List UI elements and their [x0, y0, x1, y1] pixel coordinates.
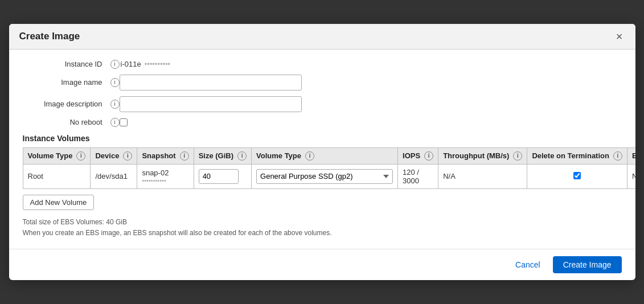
- th-encrypted: Encrypted i: [627, 147, 635, 164]
- image-name-row: Image name i: [23, 75, 622, 91]
- th-iops-icon: i: [424, 151, 433, 161]
- cell-size: [194, 164, 251, 188]
- image-description-label: Image description: [23, 100, 108, 108]
- delete-on-term-checkbox[interactable]: [573, 172, 581, 179]
- table-header-row: Volume Type i Device i: [23, 147, 635, 164]
- size-input[interactable]: [199, 169, 239, 184]
- image-name-input[interactable]: [120, 75, 302, 91]
- ebs-info-line2: When you create an EBS image, an EBS sna…: [23, 228, 622, 239]
- modal-footer: Cancel Create Image: [9, 249, 635, 280]
- image-name-label: Image name: [23, 78, 108, 87]
- create-image-button[interactable]: Create Image: [553, 256, 622, 273]
- th-volume-type-icon: i: [76, 151, 85, 161]
- instance-id-masked: ••••••••••: [145, 60, 171, 68]
- modal-overlay: Create Image × Instance ID i i-011e ••••…: [0, 0, 644, 304]
- th-device: Device i: [91, 147, 137, 164]
- th-delete-on-term-icon: i: [613, 151, 622, 161]
- modal-title: Create Image: [19, 31, 80, 42]
- instance-volumes-title: Instance Volumes: [23, 134, 622, 143]
- th-vol-type-icon: i: [305, 151, 314, 161]
- th-throughput: Throughput (MB/s) i: [438, 147, 527, 164]
- th-volume-type: Volume Type i: [23, 147, 91, 164]
- cell-snapshot: snap-02•••••••••••: [137, 164, 194, 188]
- th-iops: IOPS i: [398, 147, 438, 164]
- no-reboot-row: No reboot i: [23, 118, 622, 127]
- volumes-table: Volume Type i Device i: [23, 147, 635, 189]
- image-description-info-icon: i: [110, 100, 120, 109]
- th-snapshot: Snapshot i: [137, 147, 194, 164]
- instance-id-info-icon: i: [110, 60, 120, 69]
- no-reboot-checkbox[interactable]: [120, 118, 128, 126]
- cell-volume-type: Root: [23, 164, 91, 188]
- snapshot-id: snap-02: [142, 169, 188, 177]
- cell-throughput: N/A: [438, 164, 527, 188]
- th-throughput-icon: i: [513, 151, 522, 161]
- ebs-info-line1: Total size of EBS Volumes: 40 GiB: [23, 217, 622, 228]
- instance-id-row: Instance ID i i-011e ••••••••••: [23, 60, 622, 69]
- modal-header: Create Image ×: [9, 24, 635, 50]
- no-reboot-label: No reboot: [23, 118, 108, 126]
- ebs-info: Total size of EBS Volumes: 40 GiB When y…: [23, 217, 622, 239]
- th-delete-on-term: Delete on Termination i: [527, 147, 627, 164]
- table-row: Root/dev/sda1snap-02•••••••••••General P…: [23, 164, 635, 188]
- th-size-icon: i: [237, 151, 247, 161]
- no-reboot-info-icon: i: [110, 118, 120, 127]
- cell-delete-on-term: [527, 164, 627, 188]
- vol-type-select[interactable]: General Purpose SSD (gp2)General Purpose…: [256, 169, 393, 184]
- cell-encrypted: Not Encrypted: [627, 164, 635, 188]
- cell-device: /dev/sda1: [91, 164, 137, 188]
- image-description-row: Image description i: [23, 96, 622, 112]
- add-new-volume-button[interactable]: Add New Volume: [23, 195, 95, 210]
- th-size: Size (GiB) i: [194, 147, 251, 164]
- image-name-info-icon: i: [110, 78, 120, 87]
- close-button[interactable]: ×: [614, 31, 625, 42]
- cell-vol-type: General Purpose SSD (gp2)General Purpose…: [252, 164, 398, 188]
- th-vol-type: Volume Type i: [252, 147, 398, 164]
- snapshot-masked: •••••••••••: [142, 177, 188, 184]
- cell-iops: 120 / 3000: [398, 164, 438, 188]
- th-snapshot-icon: i: [180, 151, 189, 161]
- image-description-input[interactable]: [120, 96, 302, 112]
- modal-body: Instance ID i i-011e •••••••••• Image na…: [9, 50, 635, 244]
- create-image-modal: Create Image × Instance ID i i-011e ••••…: [9, 24, 635, 280]
- th-device-icon: i: [123, 151, 132, 161]
- instance-id-label: Instance ID: [23, 60, 108, 68]
- instance-id-value: i-011e: [121, 60, 141, 68]
- cancel-button[interactable]: Cancel: [510, 257, 546, 273]
